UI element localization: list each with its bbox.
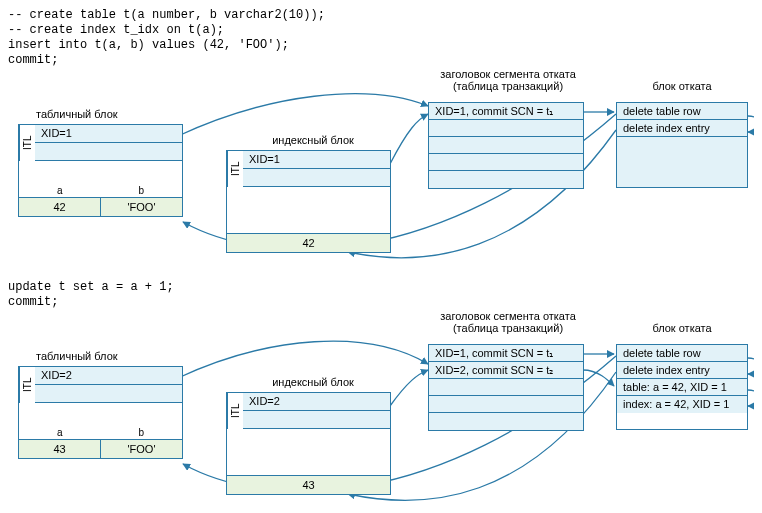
- tx-row: [429, 120, 583, 137]
- itl-label: ITL: [227, 393, 243, 429]
- table-itl-row: [35, 385, 182, 403]
- col-b-label: b: [101, 185, 183, 196]
- sql-code-block-1: -- create table t(a number, b varchar2(1…: [8, 8, 754, 68]
- index-block: ITL XID=2 43: [226, 392, 391, 495]
- scene-2: заголовок сегмента отката (таблица транз…: [8, 316, 754, 513]
- table-block: ITL XID=2 a b 43 'FOO': [18, 366, 183, 459]
- undo-row: delete table row: [617, 103, 747, 120]
- tx-row: [429, 154, 583, 171]
- col-b-label: b: [101, 427, 183, 438]
- tx-header-label: заголовок сегмента отката (таблица транз…: [428, 310, 588, 334]
- itl-label: ITL: [227, 151, 243, 187]
- index-itl-row: [243, 411, 390, 429]
- table-cell-b: 'FOO': [100, 440, 182, 458]
- tx-row: XID=1, commit SCN = t₁: [429, 103, 583, 120]
- index-block-label: индексный блок: [243, 134, 383, 146]
- sql-code-block-2: update t set a = a + 1; commit;: [8, 280, 754, 310]
- tx-row: [429, 137, 583, 154]
- table-cell-b: 'FOO': [100, 198, 182, 216]
- tx-row: [429, 396, 583, 413]
- table-data-row: 42 'FOO': [19, 197, 182, 216]
- itl-label: ITL: [19, 125, 35, 161]
- undo-block: delete table row delete index entry tabl…: [616, 344, 748, 430]
- table-itl-row: [35, 143, 182, 161]
- undo-block: delete table row delete index entry: [616, 102, 748, 188]
- transaction-table: XID=1, commit SCN = t₁ XID=2, commit SCN…: [428, 344, 584, 431]
- undo-row: delete table row: [617, 345, 747, 362]
- itl-label: ITL: [19, 367, 35, 403]
- undo-block-label: блок отката: [616, 322, 748, 334]
- table-cell-a: 42: [19, 198, 100, 216]
- index-value: 43: [227, 475, 390, 494]
- table-block-label: табличный блок: [36, 108, 176, 120]
- index-itl-row: XID=1: [243, 151, 390, 169]
- index-value: 42: [227, 233, 390, 252]
- table-cell-a: 43: [19, 440, 100, 458]
- index-block: ITL XID=1 42: [226, 150, 391, 253]
- table-itl-row: XID=2: [35, 367, 182, 385]
- tx-row: [429, 379, 583, 396]
- scene-1: заголовок сегмента отката (таблица транз…: [8, 74, 754, 274]
- undo-row: table: a = 42, XID = 1: [617, 379, 747, 396]
- col-a-label: a: [19, 185, 101, 196]
- index-itl-row: XID=2: [243, 393, 390, 411]
- undo-row: delete index entry: [617, 120, 747, 137]
- table-itl-row: XID=1: [35, 125, 182, 143]
- index-itl-row: [243, 169, 390, 187]
- undo-block-label: блок отката: [616, 80, 748, 92]
- tx-row: XID=1, commit SCN = t₁: [429, 345, 583, 362]
- table-block: ITL XID=1 a b 42 'FOO': [18, 124, 183, 217]
- table-block-label: табличный блок: [36, 350, 176, 362]
- index-block-label: индексный блок: [243, 376, 383, 388]
- tx-row: [429, 171, 583, 188]
- col-a-label: a: [19, 427, 101, 438]
- undo-row: delete index entry: [617, 362, 747, 379]
- tx-row: [429, 413, 583, 430]
- tx-header-label: заголовок сегмента отката (таблица транз…: [428, 68, 588, 92]
- transaction-table: XID=1, commit SCN = t₁: [428, 102, 584, 189]
- undo-row: index: a = 42, XID = 1: [617, 396, 747, 413]
- table-data-row: 43 'FOO': [19, 439, 182, 458]
- tx-row: XID=2, commit SCN = t₂: [429, 362, 583, 379]
